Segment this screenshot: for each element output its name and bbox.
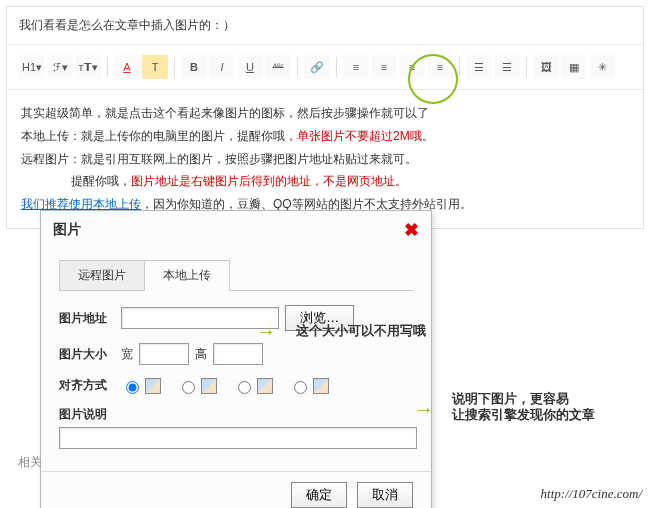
cancel-button[interactable]: 取消 — [357, 482, 413, 508]
align-justify-btn[interactable]: ≡ — [427, 55, 453, 79]
desc-label: 图片说明 — [59, 406, 107, 423]
ol-btn[interactable]: ☰ — [466, 55, 492, 79]
color-btn[interactable]: A — [114, 55, 140, 79]
align-opt-3[interactable] — [233, 378, 273, 394]
underline-btn[interactable]: U — [237, 55, 263, 79]
close-icon[interactable]: ✖ — [404, 219, 419, 241]
image-btn[interactable]: 🖼 — [533, 55, 559, 79]
line-3: 远程图片：就是引用互联网上的图片，按照步骤把图片地址粘贴过来就可。 — [21, 148, 629, 171]
ul-btn[interactable]: ☰ — [494, 55, 520, 79]
side-label: 相关 — [18, 454, 42, 471]
ok-button[interactable]: 确定 — [291, 482, 347, 508]
align-opt-4[interactable] — [289, 378, 329, 394]
bold-btn[interactable]: B — [181, 55, 207, 79]
align-opt-1[interactable] — [121, 378, 161, 394]
size-btn[interactable]: т𝗧▾ — [75, 55, 101, 79]
line-2: 本地上传：就是上传你的电脑里的图片，提醒你哦，单张图片不要超过2M哦。 — [21, 125, 629, 148]
size-label: 图片大小 — [59, 346, 115, 363]
link-btn[interactable]: 🔗 — [304, 55, 330, 79]
footer-url: http://107cine.com/ — [541, 486, 642, 502]
align-left-btn[interactable]: ≡ — [343, 55, 369, 79]
image-dialog: 图片 ✖ 远程图片 本地上传 图片地址 浏览… 图片大小 宽 高 对齐方式 图片… — [40, 210, 432, 508]
align-center-btn[interactable]: ≡ — [371, 55, 397, 79]
tab-local[interactable]: 本地上传 — [144, 260, 230, 291]
video-btn[interactable]: ▦ — [561, 55, 587, 79]
width-input[interactable] — [139, 343, 189, 365]
note-size: 这个大小可以不用写哦 — [296, 322, 426, 340]
addr-label: 图片地址 — [59, 310, 115, 327]
heading-btn[interactable]: H1▾ — [19, 55, 45, 79]
height-label: 高 — [195, 346, 207, 363]
highlight-btn[interactable]: T — [142, 55, 168, 79]
italic-btn[interactable]: I — [209, 55, 235, 79]
arrow-size: → — [256, 320, 276, 343]
width-label: 宽 — [121, 346, 133, 363]
font-btn[interactable]: ℱ▾ — [47, 55, 73, 79]
align-opt-2[interactable] — [177, 378, 217, 394]
content-area: 其实超级简单，就是点击这个看起来像图片的图标，然后按步骤操作就可以了 本地上传：… — [7, 90, 643, 228]
other-btn[interactable]: ✳ — [589, 55, 615, 79]
tab-remote[interactable]: 远程图片 — [59, 260, 145, 291]
note-desc-2: 让搜索引擎发现你的文章 — [452, 406, 595, 424]
arrow-desc: → — [414, 398, 434, 421]
dialog-title: 图片 — [53, 221, 81, 239]
editor-toolbar: H1▾ ℱ▾ т𝗧▾ A T B I U ᴬᴮᶜ 🔗 ≡ ≡ ≡ ≡ ☰ ☰ 🖼… — [7, 45, 643, 90]
align-label: 对齐方式 — [59, 377, 115, 394]
align-right-btn[interactable]: ≡ — [399, 55, 425, 79]
desc-input[interactable] — [59, 427, 417, 449]
line-1: 其实超级简单，就是点击这个看起来像图片的图标，然后按步骤操作就可以了 — [21, 102, 629, 125]
height-input[interactable] — [213, 343, 263, 365]
strike-btn[interactable]: ᴬᴮᶜ — [265, 55, 291, 79]
question-title: 我们看看是怎么在文章中插入图片的：） — [7, 7, 643, 45]
line-4: 提醒你哦，图片地址是右键图片后得到的地址，不是网页地址。 — [21, 170, 629, 193]
